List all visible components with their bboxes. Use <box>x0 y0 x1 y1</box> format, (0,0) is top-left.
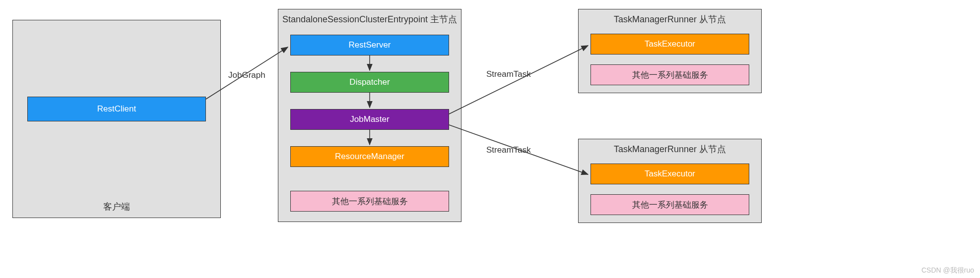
worker2-other-services-label: 其他一系列基础服务 <box>632 199 708 211</box>
worker1-other-services-box: 其他一系列基础服务 <box>590 64 749 85</box>
worker1-title: TaskManagerRunner 从节点 <box>579 9 761 29</box>
worker1-other-services-label: 其他一系列基础服务 <box>632 69 708 81</box>
rest-client-box: RestClient <box>27 97 206 121</box>
stream-task1-label: StreamTask <box>486 69 531 79</box>
resource-manager-label: ResourceManager <box>335 152 404 162</box>
worker2-other-services-box: 其他一系列基础服务 <box>590 194 749 215</box>
master-other-services-label: 其他一系列基础服务 <box>332 196 408 207</box>
dispatcher-label: Dispatcher <box>349 77 390 87</box>
job-graph-label: JobGraph <box>228 70 265 80</box>
stream-task2-label: StreamTask <box>486 145 531 155</box>
worker2-task-executor-box: TaskExecutor <box>590 164 749 184</box>
job-master-label: JobMaster <box>350 114 389 124</box>
master-other-services-box: 其他一系列基础服务 <box>290 191 449 212</box>
worker1-task-executor-label: TaskExecutor <box>645 39 695 49</box>
worker2-title: TaskManagerRunner 从节点 <box>579 139 761 159</box>
rest-server-box: RestServer <box>290 35 449 56</box>
rest-server-label: RestServer <box>348 40 391 50</box>
master-title: StandaloneSessionClusterEntrypoint 主节点 <box>278 9 461 29</box>
worker1-task-executor-box: TaskExecutor <box>590 34 749 55</box>
rest-client-label: RestClient <box>97 104 136 114</box>
job-master-box: JobMaster <box>290 109 449 130</box>
dispatcher-box: Dispatcher <box>290 72 449 93</box>
worker2-task-executor-label: TaskExecutor <box>645 169 695 179</box>
arrow-streamtask1 <box>449 46 588 114</box>
watermark: CSDN @我很ruo <box>921 266 974 275</box>
client-title: 客户端 <box>13 201 220 213</box>
resource-manager-box: ResourceManager <box>290 146 449 167</box>
